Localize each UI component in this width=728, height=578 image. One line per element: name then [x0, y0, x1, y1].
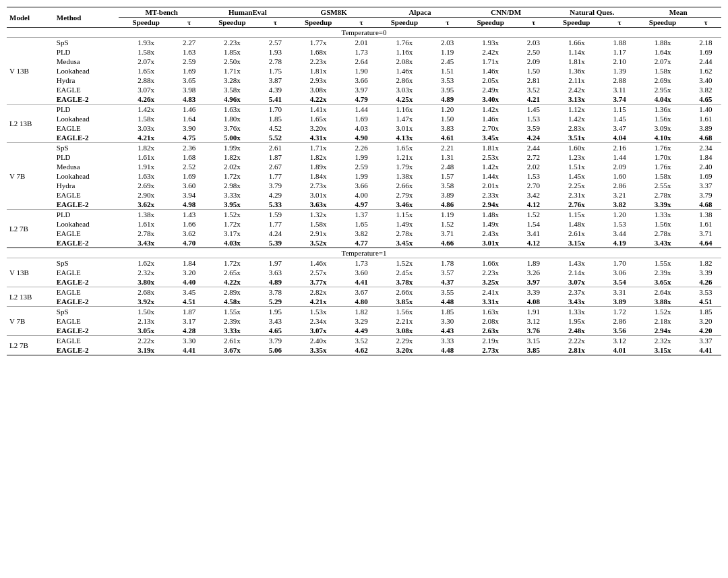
value-cell: 2.48x — [549, 326, 604, 336]
value-cell: 2.18 — [690, 38, 721, 48]
value-cell: 1.76x — [635, 162, 690, 171]
value-cell: 1.56x — [377, 307, 432, 317]
value-cell: 2.70x — [463, 123, 518, 133]
value-cell: 1.64 — [174, 114, 205, 123]
value-cell: 3.15x — [635, 345, 690, 355]
value-cell: 1.84 — [174, 258, 205, 268]
value-cell: 2.23x — [291, 57, 346, 66]
value-cell: 2.52 — [174, 162, 205, 171]
value-cell: 2.44 — [518, 143, 549, 153]
value-cell: 2.81x — [549, 345, 604, 355]
value-cell: 1.43 — [174, 210, 205, 220]
method-cell: Hydra — [54, 181, 119, 190]
value-cell: 1.21x — [377, 152, 432, 162]
value-cell: 3.39x — [635, 200, 690, 210]
value-cell: 2.03 — [518, 38, 549, 48]
value-cell: 2.42x — [549, 85, 604, 94]
table-row: EAGLE-23.43x4.704.03x5.393.52x4.773.45x4… — [7, 238, 721, 248]
value-cell: 2.59 — [346, 162, 377, 171]
value-cell: 1.66x — [549, 38, 604, 48]
value-cell: 4.04x — [635, 94, 690, 105]
value-cell: 2.34 — [690, 143, 721, 153]
value-cell: 2.81 — [518, 76, 549, 85]
value-cell: 2.64x — [635, 287, 690, 297]
speedup-sub-6: Speedup — [549, 18, 604, 28]
value-cell: 1.51 — [432, 66, 463, 76]
value-cell: 3.03x — [119, 123, 174, 133]
value-cell: 1.72x — [205, 171, 260, 181]
value-cell: 1.52 — [518, 210, 549, 220]
value-cell: 1.66 — [174, 219, 205, 229]
value-cell: 2.73x — [463, 345, 518, 355]
value-cell: 2.50 — [518, 47, 549, 57]
value-cell: 2.34x — [291, 316, 346, 326]
table-row: L2 13BPLD1.42x1.461.63x1.701.41x1.441.16… — [7, 105, 721, 115]
method-cell: EAGLE — [54, 85, 119, 94]
value-cell: 2.21x — [377, 316, 432, 326]
table-row: EAGLE-24.26x4.834.96x5.414.22x4.794.25x4… — [7, 94, 721, 105]
alpaca-header: Alpaca — [377, 7, 463, 18]
value-cell: 1.20 — [432, 105, 463, 115]
value-cell: 3.21 — [604, 190, 635, 200]
value-cell: 3.12 — [604, 336, 635, 346]
table-row: Lookahead1.61x1.661.72x1.771.58x1.651.49… — [7, 219, 721, 229]
table-row: EAGLE-23.19x4.413.67x5.063.35x4.623.20x4… — [7, 345, 721, 355]
table-row: V 7BSpS1.50x1.871.55x1.951.53x1.821.56x1… — [7, 307, 721, 317]
value-cell: 4.41 — [690, 345, 721, 355]
value-cell: 3.67 — [346, 287, 377, 297]
value-cell: 2.61 — [260, 143, 291, 153]
model-header: Model — [7, 7, 54, 28]
value-cell: 3.43x — [635, 238, 690, 248]
value-cell: 3.43x — [549, 297, 604, 307]
value-cell: 4.41 — [174, 345, 205, 355]
value-cell: 1.32x — [291, 210, 346, 220]
value-cell: 3.47 — [604, 123, 635, 133]
value-cell: 3.95 — [432, 85, 463, 94]
value-cell: 1.88 — [604, 38, 635, 48]
speedup-sub-3: Speedup — [291, 18, 346, 28]
table-row: EAGLE-23.05x4.283.33x4.653.07x4.493.08x4… — [7, 326, 721, 336]
value-cell: 1.52x — [205, 210, 260, 220]
value-cell: 3.30 — [432, 316, 463, 326]
value-cell: 4.86 — [432, 200, 463, 210]
value-cell: 1.99 — [346, 152, 377, 162]
value-cell: 2.73x — [291, 181, 346, 190]
value-cell: 1.93 — [260, 47, 291, 57]
value-cell: 4.03x — [205, 238, 260, 248]
value-cell: 4.80 — [346, 297, 377, 307]
value-cell: 4.79 — [346, 94, 377, 105]
value-cell: 1.82x — [205, 152, 260, 162]
method-cell: Lookahead — [54, 66, 119, 76]
value-cell: 2.66x — [377, 287, 432, 297]
value-cell: 2.55x — [635, 181, 690, 190]
value-cell: 3.15 — [518, 336, 549, 346]
value-cell: 2.43x — [463, 229, 518, 238]
value-cell: 4.64 — [690, 238, 721, 248]
value-cell: 2.78x — [119, 229, 174, 238]
value-cell: 1.42x — [463, 105, 518, 115]
value-cell: 3.77x — [291, 277, 346, 287]
value-cell: 2.95x — [635, 85, 690, 94]
value-cell: 3.42 — [518, 190, 549, 200]
value-cell: 3.37 — [690, 336, 721, 346]
method-cell: EAGLE-2 — [54, 200, 119, 210]
value-cell: 1.16x — [377, 47, 432, 57]
value-cell: 4.22x — [205, 277, 260, 287]
value-cell: 3.66 — [346, 76, 377, 85]
value-cell: 2.13x — [119, 316, 174, 326]
value-cell: 1.64x — [635, 47, 690, 57]
value-cell: 1.33x — [549, 307, 604, 317]
value-cell: 4.77 — [346, 238, 377, 248]
value-cell: 1.48x — [549, 219, 604, 229]
value-cell: 3.89 — [604, 297, 635, 307]
method-cell: SpS — [54, 143, 119, 153]
value-cell: 4.25x — [377, 94, 432, 105]
value-cell: 4.98 — [174, 200, 205, 210]
value-cell: 4.48 — [432, 345, 463, 355]
value-cell: 3.85 — [518, 345, 549, 355]
value-cell: 3.52 — [518, 85, 549, 94]
value-cell: 3.85x — [377, 297, 432, 307]
value-cell: 2.39x — [635, 268, 690, 277]
value-cell: 3.41 — [518, 229, 549, 238]
value-cell: 2.78x — [635, 190, 690, 200]
